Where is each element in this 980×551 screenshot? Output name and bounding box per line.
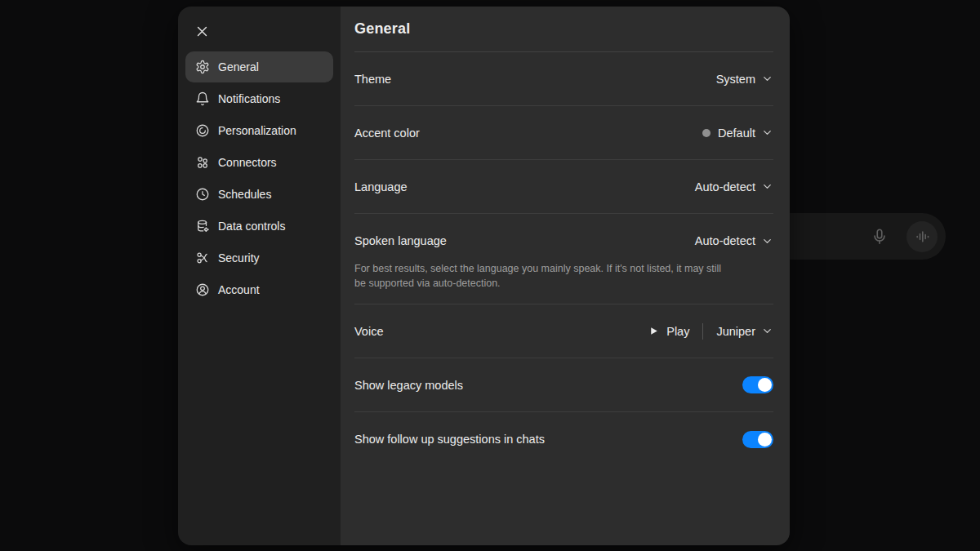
legacy-models-label: Show legacy models [354, 379, 463, 392]
page-title: General [354, 20, 410, 38]
spoken-language-row: Spoken language Auto-detect [354, 214, 773, 268]
bell-icon [195, 91, 210, 106]
play-voice-button[interactable]: Play [648, 320, 689, 343]
settings-sidebar: General Notifications [178, 7, 341, 545]
theme-label: Theme [354, 73, 391, 86]
voice-label: Voice [354, 325, 383, 338]
sidebar-item-label: Schedules [218, 188, 271, 201]
accent-color-dropdown[interactable]: Default [702, 122, 773, 144]
close-button[interactable] [188, 17, 216, 45]
settings-nav: General Notifications [185, 51, 333, 305]
theme-row: Theme System [354, 52, 773, 106]
spoken-language-value: Auto-detect [695, 234, 755, 247]
sidebar-item-label: Personalization [218, 124, 296, 137]
accent-color-row: Accent color Default [354, 106, 773, 160]
audio-waveform-icon [914, 229, 930, 245]
sidebar-item-label: Security [218, 251, 260, 264]
theme-value: System [716, 73, 755, 86]
sidebar-item-connectors[interactable]: Connectors [185, 147, 333, 178]
sidebar-item-label: Data controls [218, 220, 285, 233]
spoken-language-dropdown[interactable]: Auto-detect [695, 229, 773, 252]
panel-header: General [354, 7, 773, 52]
database-gear-icon [195, 219, 210, 233]
sidebar-item-label: Account [218, 283, 260, 296]
theme-dropdown[interactable]: System [716, 68, 773, 91]
accent-color-value: Default [718, 127, 755, 140]
voice-mode-button[interactable] [906, 221, 938, 252]
app-background: General Notifications [0, 0, 980, 551]
settings-panel: General Theme System Accent color Defaul… [341, 7, 790, 545]
connectors-icon [195, 155, 210, 170]
sidebar-item-label: Notifications [218, 92, 280, 105]
legacy-models-toggle[interactable] [742, 376, 773, 393]
language-dropdown[interactable]: Auto-detect [695, 176, 773, 198]
dictate-button[interactable] [867, 224, 892, 249]
sidebar-item-personalization[interactable]: Personalization [185, 115, 333, 146]
voice-dropdown[interactable]: Juniper [716, 320, 773, 343]
keys-icon [195, 251, 210, 265]
language-row: Language Auto-detect [354, 160, 773, 214]
language-label: Language [354, 180, 408, 193]
legacy-models-row: Show legacy models [354, 358, 773, 412]
sidebar-item-account[interactable]: Account [185, 274, 333, 305]
sidebar-item-notifications[interactable]: Notifications [185, 83, 333, 114]
accent-swatch [702, 129, 710, 137]
sidebar-item-label: Connectors [218, 156, 277, 169]
sidebar-item-security[interactable]: Security [185, 242, 333, 273]
chevron-down-icon [761, 235, 773, 247]
voice-row: Voice Play Juniper [354, 304, 773, 358]
chevron-down-icon [761, 325, 773, 337]
sidebar-item-general[interactable]: General [185, 51, 333, 82]
chevron-down-icon [761, 127, 773, 139]
voice-value: Juniper [716, 325, 755, 338]
spoken-language-helper-text: For best results, select the language yo… [354, 261, 728, 291]
spoken-language-label: Spoken language [354, 234, 447, 247]
settings-dialog: General Notifications [178, 7, 790, 545]
sidebar-item-schedules[interactable]: Schedules [185, 179, 333, 210]
gear-icon [195, 60, 210, 74]
close-icon [195, 24, 209, 38]
vertical-divider [702, 323, 703, 340]
chevron-down-icon [761, 73, 773, 85]
microphone-icon [871, 228, 889, 246]
language-value: Auto-detect [695, 180, 755, 193]
toggle-knob [758, 433, 772, 447]
clock-icon [195, 187, 210, 202]
sidebar-item-label: General [218, 60, 259, 73]
follow-up-suggestions-toggle[interactable] [742, 431, 773, 448]
user-circle-icon [195, 282, 210, 297]
personalization-icon [195, 123, 210, 138]
chevron-down-icon [761, 180, 773, 193]
follow-up-suggestions-label: Show follow up suggestions in chats [354, 433, 545, 446]
accent-color-label: Accent color [354, 127, 420, 140]
play-label: Play [666, 325, 689, 338]
follow-up-suggestions-row: Show follow up suggestions in chats [354, 412, 773, 466]
play-icon [648, 326, 659, 336]
sidebar-item-data-controls[interactable]: Data controls [185, 211, 333, 242]
toggle-knob [758, 378, 772, 392]
spoken-language-section: Spoken language Auto-detect For best res… [354, 214, 773, 304]
